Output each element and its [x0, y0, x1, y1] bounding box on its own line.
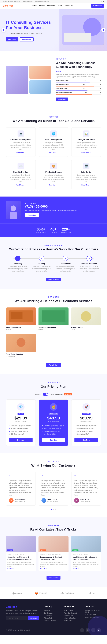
cta-description: Let's talk to schedule a call or we can …: [25, 209, 101, 212]
footer-social-icons: f t in ▶: [80, 628, 101, 632]
navbar: Zomtech HOME ABOUT SERVICES BLOG CONTACT…: [0, 3, 107, 9]
plan-badge-2: PREMIUM: [82, 413, 91, 415]
blog-read-more-1[interactable]: Read More →: [40, 568, 49, 570]
nav-blog[interactable]: BLOG: [58, 5, 63, 7]
hero-title: IT Consulting Services For Your Business…: [6, 20, 101, 30]
portfolio-title: We Are Offering All Kinds of IT Solution…: [6, 299, 101, 303]
nav-logo[interactable]: Zomtech: [3, 4, 13, 7]
footer-social-tw[interactable]: t: [86, 628, 90, 632]
footer-link-1-1[interactable]: Web Development: [65, 612, 81, 614]
pricing-icon-1: 👑: [50, 403, 57, 411]
footer-link-0-4[interactable]: Terms & Condition: [44, 620, 60, 622]
blog-card-2[interactable]: LATEST March 09, 2023 LATEST App UI Stud…: [71, 536, 101, 571]
blog-card-0[interactable]: LATEST January 21, 2023 DESIGN Counselor…: [6, 536, 36, 571]
blog-post-title-2: App UI Studies & Development Case for Te…: [73, 556, 100, 561]
blog-post-title-0: Counselors on UI Studies & Project Fashi…: [7, 556, 34, 561]
social-in-icon[interactable]: in: [101, 0, 102, 2]
footer-social-yt[interactable]: ▶: [97, 628, 101, 632]
footer-link-1-4[interactable]: Data Center: [65, 620, 81, 622]
dot-0[interactable]: [51, 508, 52, 510]
working-section-label: WORKING PROCESS: [6, 244, 101, 246]
hero-read-more-button[interactable]: Read More: [6, 37, 18, 42]
blog-date-1: February 14, 2023: [40, 554, 51, 555]
nav-contact[interactable]: CONTACT: [65, 5, 73, 7]
about-content: ABOUT US We Are Increasing Business Succ…: [56, 58, 101, 101]
cta-section: CALL US 24/7 (713) 456-0000 Let's talk t…: [0, 196, 107, 237]
service-card-1[interactable]: 🌐 Web Development Lorem ipsum dolor sit …: [39, 127, 68, 157]
plan-features-0: Unlimited Typography Support From <Langu…: [9, 424, 32, 436]
social-tw-icon[interactable]: t: [99, 0, 100, 2]
service-readmore-2[interactable]: Read More →: [82, 152, 91, 154]
partner-icon-0: ◈: [12, 592, 14, 595]
dot-1[interactable]: [53, 508, 54, 510]
blog-card-1[interactable]: LATEST February 14, 2023 TECHNOLOGY Temp…: [38, 536, 68, 571]
social-yt-icon[interactable]: ▶: [103, 0, 104, 2]
plan-buy-button-2[interactable]: Buy Now: [75, 438, 98, 442]
footer-link-0-0[interactable]: About Us: [44, 609, 60, 612]
hero-learn-more-button[interactable]: Learn More: [20, 37, 33, 42]
feature-2-1: From <Language Support: [75, 427, 98, 430]
pricing-save-badge: Save 20%: [64, 393, 72, 396]
nav-services[interactable]: SERVICES: [47, 5, 55, 7]
footer-link-0-3[interactable]: Privacy Policy: [44, 617, 60, 620]
footer-col-1: IT Services UI/UX Design Web Development…: [65, 606, 81, 622]
toggle-monthly-label: Monthly: [35, 394, 41, 395]
topbar-address: 53 Saddar Street, MN 10012: [3, 0, 20, 2]
service-readmore-1[interactable]: Read More →: [49, 152, 58, 154]
working-find-out-button[interactable]: Find Out More: [46, 278, 61, 281]
about-progress-bars: UI/UX Development75% Web Development85% …: [56, 80, 101, 94]
service-card-2[interactable]: 📊 Analytic Solutions Lorem ipsum dolor s…: [71, 127, 101, 157]
author-role-2: Group Designer: [80, 501, 91, 502]
partner-icon-1: 🦊: [35, 592, 38, 595]
get-started-button[interactable]: Get Started: [91, 4, 104, 8]
portfolio-header: OUR WORK We Are Offering All Kinds of IT…: [6, 296, 101, 303]
footer-social-in[interactable]: in: [91, 628, 96, 632]
hero-prev-button[interactable]: ❮: [1, 28, 6, 32]
portfolio-item-0[interactable]: Mollis Ipsum Mattis Branding: [6, 308, 36, 332]
portfolio-item-2[interactable]: Product Design UI/UX: [71, 308, 101, 332]
blog-view-all-button[interactable]: View All Post: [46, 576, 61, 580]
dot-2[interactable]: [55, 508, 56, 510]
footer-social-fb[interactable]: f: [80, 628, 84, 632]
service-card-4[interactable]: 🎨 Product & Design Lorem ipsum dolor sit…: [39, 160, 68, 189]
nav-about[interactable]: ABOUT: [39, 5, 45, 7]
blog-read-more-2[interactable]: Read More →: [73, 568, 81, 570]
pricing-section: OUR PRICING Our Pricing Plan Monthly Yea…: [0, 374, 107, 453]
about-read-more-button[interactable]: Read More: [56, 98, 68, 101]
footer-subscribe-button[interactable]: Subscribe: [28, 616, 39, 620]
plan-buy-button-0[interactable]: Buy Now: [9, 438, 32, 442]
footer-contact-2[interactable]: support@zomtech.com: [85, 616, 101, 618]
service-readmore-3[interactable]: Read More →: [16, 184, 25, 186]
blog-post-desc-1: Lorem ipsum dolor sit amet consectetur a…: [40, 562, 67, 568]
footer-link-1-2[interactable]: Software Dev: [65, 614, 81, 617]
service-card-5[interactable]: 🖥️ Data Center Lorem ipsum dolor sit ame…: [71, 160, 101, 189]
portfolio-view-all-button[interactable]: View All Work: [46, 363, 61, 367]
service-card-3[interactable]: ☁️ Cloud & DevOps Lorem ipsum dolor sit …: [6, 160, 36, 189]
footer-link-1-0[interactable]: UI/UX Design: [65, 609, 81, 612]
hero-next-button[interactable]: ❯: [101, 28, 106, 32]
footer-link-0-1[interactable]: Our Services: [44, 612, 60, 614]
plan-buy-button-1[interactable]: Buy Now: [42, 438, 65, 442]
blog-meta-2: March 09, 2023 LATEST: [73, 554, 100, 555]
service-readmore-5[interactable]: Read More →: [82, 184, 91, 186]
footer-link-0-2[interactable]: IT Solutions: [44, 614, 60, 617]
portfolio-item-3[interactable]: Porta Tortor Vulputate Development: [6, 334, 36, 358]
portfolio-item-1[interactable]: SolisBudin Ornare Porta Design: [38, 308, 69, 332]
author-name-2: Maria Rogers: [80, 498, 91, 500]
step-circle-0: 1: [15, 256, 20, 261]
cta-read-more-button[interactable]: Read More: [25, 213, 39, 217]
footer-email-input[interactable]: [6, 616, 28, 620]
plan-period-2: Monthly Package: [75, 420, 98, 422]
nav-home[interactable]: HOME: [32, 5, 37, 7]
partner-3: ○ circle: [87, 592, 95, 595]
portfolio-img-2: [71, 308, 101, 325]
service-readmore-0[interactable]: Read More →: [16, 152, 25, 154]
service-card-0[interactable]: 💻 Software Development Lorem ipsum dolor…: [6, 127, 36, 157]
footer-link-1-3[interactable]: Cloud & DevOps: [65, 617, 81, 620]
blog-read-more-0[interactable]: Read More →: [7, 568, 16, 570]
blog-cat-2: LATEST: [72, 550, 79, 552]
footer-contact-1[interactable]: +1 415 666 0000: [85, 614, 101, 616]
social-fb-icon[interactable]: f: [98, 0, 98, 2]
pricing-toggle-button[interactable]: [43, 393, 48, 396]
service-readmore-4[interactable]: Read More →: [49, 184, 58, 186]
